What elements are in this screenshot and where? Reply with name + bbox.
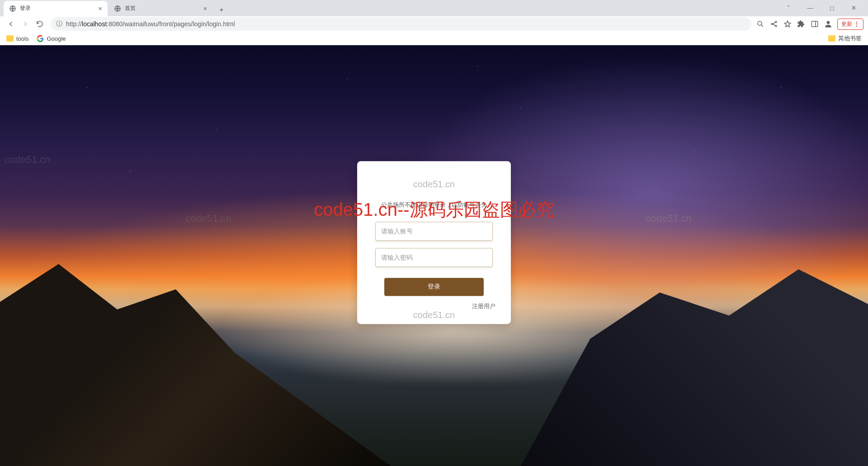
url-input[interactable]: ⓘ http://localhost:8080/waimaifuwu/front… bbox=[51, 17, 751, 31]
maximize-button[interactable]: ◻ bbox=[823, 5, 841, 11]
browser-chrome: 登录 × 首页 × + ˅ — ◻ ✕ ⓘ http://localhost:8… bbox=[0, 0, 868, 45]
username-input[interactable] bbox=[375, 222, 493, 241]
close-icon[interactable]: × bbox=[99, 5, 102, 12]
bookmarks-bar: tools Google 其他书签 bbox=[0, 32, 868, 45]
tab-bar: 登录 × 首页 × + ˅ — ◻ ✕ bbox=[0, 0, 868, 16]
info-icon: ⓘ bbox=[56, 20, 62, 28]
bookmark-other[interactable]: 其他书签 bbox=[828, 34, 862, 43]
google-icon bbox=[37, 35, 44, 42]
profile-icon[interactable] bbox=[824, 19, 833, 29]
tab-home[interactable]: 首页 × bbox=[108, 1, 212, 16]
new-tab-button[interactable]: + bbox=[215, 4, 228, 16]
toolbar-icons: 更新⋮ bbox=[756, 19, 863, 30]
sidepanel-icon[interactable] bbox=[810, 19, 819, 29]
globe-icon bbox=[9, 5, 16, 12]
star-icon[interactable] bbox=[783, 19, 792, 29]
svg-point-2 bbox=[758, 21, 762, 25]
close-window-button[interactable]: ✕ bbox=[844, 5, 863, 11]
register-link[interactable]: 注册用户 bbox=[472, 302, 495, 310]
bookmark-google[interactable]: Google bbox=[37, 35, 66, 42]
window-controls: ˅ — ◻ ✕ bbox=[779, 0, 868, 16]
update-button[interactable]: 更新⋮ bbox=[837, 19, 863, 30]
folder-icon bbox=[6, 35, 14, 42]
password-input[interactable] bbox=[375, 248, 493, 267]
svg-point-7 bbox=[827, 21, 830, 24]
url-port: :8080 bbox=[107, 20, 123, 28]
reload-button[interactable] bbox=[33, 18, 46, 30]
url-prefix: http:// bbox=[66, 20, 82, 28]
back-button[interactable] bbox=[5, 18, 17, 30]
share-icon[interactable] bbox=[769, 19, 778, 29]
close-icon[interactable]: × bbox=[203, 5, 207, 12]
login-hint: 公共场所不建议自动登录，以防账号丢失 bbox=[381, 201, 487, 209]
watermark: code51.cn bbox=[413, 179, 455, 190]
tab-title: 首页 bbox=[125, 5, 136, 12]
zoom-icon[interactable] bbox=[756, 19, 765, 29]
page-content: code51.cn code51.cn code51.cn code51.cn … bbox=[0, 45, 868, 466]
svg-point-4 bbox=[775, 21, 777, 23]
chevron-down-icon[interactable]: ˅ bbox=[779, 5, 797, 11]
svg-point-3 bbox=[771, 24, 773, 25]
folder-icon bbox=[828, 35, 835, 42]
watermark: code51.cn bbox=[413, 310, 455, 320]
url-path: /waimaifuwu/front/pages/login/login.html bbox=[123, 20, 235, 28]
minimize-button[interactable]: — bbox=[801, 5, 819, 11]
login-card: code51.cn 公共场所不建议自动登录，以防账号丢失 登录 注册用户 cod… bbox=[357, 161, 511, 324]
url-host: localhost bbox=[82, 20, 107, 28]
tab-login[interactable]: 登录 × bbox=[4, 1, 108, 16]
globe-icon bbox=[114, 5, 121, 12]
svg-rect-6 bbox=[811, 21, 818, 27]
tab-title: 登录 bbox=[20, 5, 31, 12]
bookmark-tools[interactable]: tools bbox=[6, 35, 28, 42]
address-bar: ⓘ http://localhost:8080/waimaifuwu/front… bbox=[0, 16, 868, 33]
forward-button[interactable] bbox=[19, 18, 32, 30]
svg-point-5 bbox=[775, 25, 777, 27]
login-button[interactable]: 登录 bbox=[384, 278, 484, 296]
extensions-icon[interactable] bbox=[797, 19, 806, 29]
